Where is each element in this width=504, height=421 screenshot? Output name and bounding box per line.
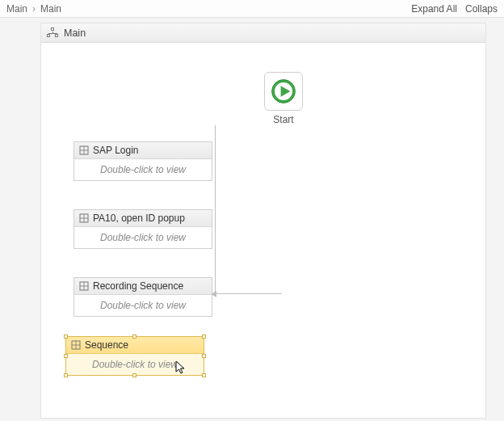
activity-title: Recording Sequence bbox=[93, 280, 183, 292]
start-button[interactable] bbox=[264, 72, 303, 111]
activity-hint[interactable]: Double-click to view bbox=[74, 159, 212, 180]
activity-title: Sequence bbox=[85, 339, 128, 351]
resize-handle[interactable] bbox=[64, 373, 68, 377]
sequence-icon bbox=[79, 145, 89, 155]
start-node: Start bbox=[259, 72, 308, 125]
sequence-icon bbox=[71, 340, 81, 350]
collapse-all-link[interactable]: Collaps bbox=[465, 3, 498, 15]
sequence-icon bbox=[79, 281, 89, 291]
resize-handle[interactable] bbox=[202, 335, 206, 339]
panel-title: Main bbox=[64, 27, 86, 39]
workflow-panel: Main Start SAP Login Double bbox=[40, 23, 486, 419]
activity-hint[interactable]: Double-click to view bbox=[74, 295, 212, 316]
resize-handle[interactable] bbox=[132, 335, 136, 339]
flowchart-icon bbox=[48, 28, 59, 38]
workflow-canvas[interactable]: Start SAP Login Double-click to view PA1… bbox=[41, 43, 485, 418]
resize-handle[interactable] bbox=[64, 335, 68, 339]
resize-handle[interactable] bbox=[132, 373, 136, 377]
resize-handle[interactable] bbox=[202, 354, 206, 358]
activity-title: PA10, open ID popup bbox=[93, 213, 185, 224]
sequence-icon bbox=[79, 213, 89, 223]
expand-all-link[interactable]: Expand All bbox=[411, 3, 457, 15]
breadcrumb: Main › Main bbox=[6, 3, 61, 15]
top-bar: Main › Main Expand All Collaps bbox=[0, 0, 504, 18]
activity-recording-sequence[interactable]: Recording Sequence Double-click to view bbox=[74, 277, 212, 317]
breadcrumb-current[interactable]: Main bbox=[40, 3, 61, 15]
activity-hint[interactable]: Double-click to view bbox=[74, 227, 212, 248]
activity-hint[interactable]: Double-click to view bbox=[66, 354, 204, 375]
activity-sap-login[interactable]: SAP Login Double-click to view bbox=[74, 141, 212, 181]
breadcrumb-separator: › bbox=[32, 3, 36, 15]
activity-title: SAP Login bbox=[93, 145, 139, 156]
connector-line bbox=[215, 125, 282, 294]
play-icon bbox=[270, 78, 297, 105]
resize-handle[interactable] bbox=[202, 373, 206, 377]
start-label: Start bbox=[259, 114, 308, 125]
activity-sequence[interactable]: Sequence Double-click to view bbox=[65, 336, 204, 376]
breadcrumb-root[interactable]: Main bbox=[6, 3, 27, 15]
resize-handle[interactable] bbox=[64, 354, 68, 358]
activity-pa10-open-id-popup[interactable]: PA10, open ID popup Double-click to view bbox=[74, 209, 212, 249]
panel-header: Main bbox=[41, 23, 485, 43]
